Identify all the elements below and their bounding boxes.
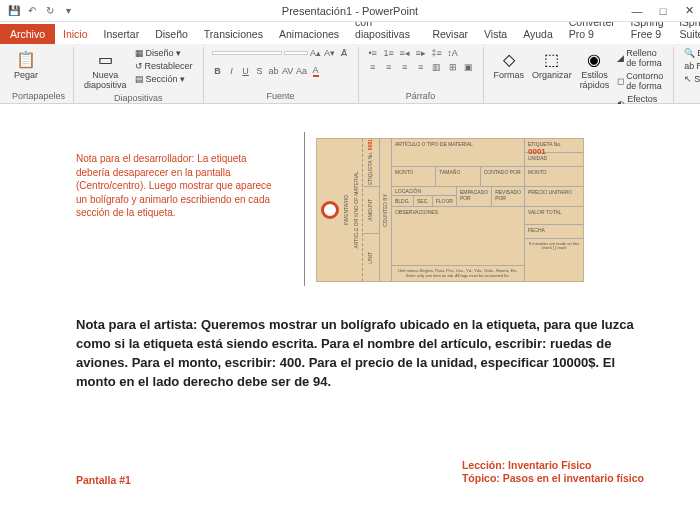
- indent-dec-icon[interactable]: ≡◂: [399, 47, 411, 59]
- redo-icon[interactable]: ↻: [44, 5, 56, 17]
- undo-icon[interactable]: ↶: [26, 5, 38, 17]
- font-family-select[interactable]: [212, 51, 282, 55]
- tab-animations[interactable]: Animaciones: [271, 24, 347, 44]
- arrange-icon: ⬚: [542, 49, 562, 69]
- paste-icon: 📋: [16, 49, 36, 69]
- decrease-font-icon[interactable]: A▾: [324, 47, 336, 59]
- tag-sec: SEC.: [414, 196, 433, 206]
- shapes-button[interactable]: ◇ Formas: [492, 47, 527, 83]
- replace-button[interactable]: abReemplazar▾: [682, 60, 700, 72]
- clear-format-icon[interactable]: A̸: [338, 47, 350, 59]
- tab-transitions[interactable]: Transiciones: [196, 24, 271, 44]
- align-justify-icon[interactable]: ≡: [415, 61, 427, 73]
- select-button[interactable]: ↖Seleccionar▾: [682, 73, 700, 85]
- group-paragraph: •≡ 1≡ ≡◂ ≡▸ ‡≡ ↕A ≡ ≡ ≡ ≡ ▥ ⊞ ▣ Párrafo: [359, 47, 484, 103]
- numbering-icon[interactable]: 1≡: [383, 47, 395, 59]
- bold-icon[interactable]: B: [212, 65, 224, 77]
- chevron-down-icon: ▾: [180, 74, 185, 84]
- reset-icon: ↺: [135, 61, 143, 71]
- tab-home[interactable]: Inicio: [55, 24, 96, 44]
- underline-icon[interactable]: U: [240, 65, 252, 77]
- tab-design[interactable]: Diseño: [147, 24, 196, 44]
- stub-counted-by: COUNTED BY: [383, 194, 389, 227]
- case-icon[interactable]: Aa: [296, 65, 308, 77]
- tag-stub: INVENTARIO ARTICLE OR KIND OF MATERIAL: [317, 139, 363, 281]
- quick-access-toolbar: 💾 ↶ ↻ ▾: [0, 5, 74, 17]
- tag-observaciones: OBSERVACIONES:: [392, 207, 525, 266]
- maximize-button[interactable]: □: [656, 4, 670, 18]
- tag-header: ARTÍCULO O TIPO DE MATERIAL: [392, 139, 525, 167]
- stub-article: ARTICLE OR KIND OF MATERIAL: [354, 171, 360, 249]
- select-icon: ↖: [684, 74, 692, 84]
- layout-button[interactable]: ▦Diseño▾: [133, 47, 195, 59]
- lesson-info[interactable]: Lección: Inventario Físico Tópico: Pasos…: [462, 459, 644, 486]
- align-center-icon[interactable]: ≡: [383, 61, 395, 73]
- italic-icon[interactable]: I: [226, 65, 238, 77]
- fill-icon: ◢: [617, 53, 624, 63]
- strike-icon[interactable]: S: [254, 65, 266, 77]
- tab-view[interactable]: Vista: [476, 24, 515, 44]
- text-direction-icon[interactable]: ↕A: [447, 47, 459, 59]
- minimize-button[interactable]: —: [630, 4, 644, 18]
- increase-font-icon[interactable]: A▴: [310, 47, 322, 59]
- shape-fill-button[interactable]: ◢Relleno de forma: [615, 47, 665, 69]
- screen-number[interactable]: Pantalla #1: [76, 474, 131, 486]
- slide-canvas[interactable]: Nota para el desarrollador: La etiqueta …: [0, 104, 700, 506]
- align-text-icon[interactable]: ⊞: [447, 61, 459, 73]
- group-editing: 🔍Buscar abReemplazar▾ ↖Seleccionar▾ Edic…: [674, 47, 700, 103]
- tag-floor: FLOOR: [433, 196, 456, 206]
- layout-icon: ▦: [135, 48, 144, 58]
- developer-note[interactable]: Nota para el desarrollador: La etiqueta …: [76, 152, 276, 220]
- reset-button[interactable]: ↺Restablecer: [133, 60, 195, 72]
- paste-button[interactable]: 📋 Pegar: [12, 47, 40, 83]
- shape-outline-button[interactable]: ◻Contorno de forma: [615, 70, 665, 92]
- align-left-icon[interactable]: ≡: [367, 61, 379, 73]
- tag-hole: [321, 201, 339, 219]
- group-label-clipboard: Portapapeles: [12, 91, 65, 103]
- group-slides: ▭ Nueva diapositiva ▦Diseño▾ ↺Restablece…: [74, 47, 204, 103]
- line-spacing-icon[interactable]: ‡≡: [431, 47, 443, 59]
- tag-valor-total: VALOR TOTAL: [525, 207, 583, 225]
- outline-icon: ◻: [617, 76, 624, 86]
- find-button[interactable]: 🔍Buscar: [682, 47, 700, 59]
- group-label-editing: Edición: [682, 91, 700, 103]
- tag-fecha: FECHA: [525, 225, 583, 239]
- slide-content: Nota para el desarrollador: La etiqueta …: [36, 118, 664, 492]
- quick-styles-button[interactable]: ◉ Estilos rápidos: [578, 47, 612, 93]
- tag-monto2: MONTO: [525, 167, 583, 187]
- styles-icon: ◉: [584, 49, 604, 69]
- stub-etq-label: ETIQUETA No.: [367, 152, 373, 186]
- arrange-button[interactable]: ⬚ Organizar: [530, 47, 574, 83]
- tag-foot2: Enter only one item on tab. All tags mus…: [406, 273, 509, 278]
- font-size-select[interactable]: [284, 51, 308, 55]
- save-icon[interactable]: 💾: [8, 5, 20, 17]
- tag-card: INVENTARIO ARTICLE OR KIND OF MATERIAL E…: [316, 138, 584, 282]
- tab-review[interactable]: Revisar: [424, 24, 476, 44]
- font-color-icon[interactable]: A: [310, 65, 322, 77]
- tab-help[interactable]: Ayuda: [515, 24, 561, 44]
- spacing-icon[interactable]: AV: [282, 65, 294, 77]
- group-drawing: ◇ Formas ⬚ Organizar ◉ Estilos rápidos ◢…: [484, 47, 675, 103]
- smartart-icon[interactable]: ▣: [463, 61, 475, 73]
- close-button[interactable]: ✕: [682, 4, 696, 18]
- bullets-icon[interactable]: •≡: [367, 47, 379, 59]
- artist-note[interactable]: Nota para el artista: Queremos mostrar u…: [76, 316, 636, 391]
- group-label-paragraph: Párrafo: [367, 91, 475, 103]
- tab-insert[interactable]: Insertar: [96, 24, 148, 44]
- tag-contado: CONTADO POR: [481, 167, 524, 186]
- tab-file[interactable]: Archivo: [0, 24, 55, 44]
- section-button[interactable]: ▤Sección▾: [133, 73, 195, 85]
- new-slide-button[interactable]: ▭ Nueva diapositiva: [82, 47, 129, 93]
- tag-unidad: UNIDAD: [525, 153, 583, 167]
- shadow-icon[interactable]: ab: [268, 65, 280, 77]
- search-icon: 🔍: [684, 48, 695, 58]
- indent-inc-icon[interactable]: ≡▸: [415, 47, 427, 59]
- align-right-icon[interactable]: ≡: [399, 61, 411, 73]
- inventory-tag[interactable]: INVENTARIO ARTICLE OR KIND OF MATERIAL E…: [312, 132, 586, 286]
- columns-icon[interactable]: ▥: [431, 61, 443, 73]
- window-title: Presentación1 - PowerPoint: [282, 5, 418, 17]
- qat-dropdown-icon[interactable]: ▾: [62, 5, 74, 17]
- shapes-icon: ◇: [499, 49, 519, 69]
- tag-precio-unit: PRECIO UNITARIO: [525, 187, 583, 207]
- tag-foot3: If mistakes are made on this check [ ] m…: [525, 239, 583, 254]
